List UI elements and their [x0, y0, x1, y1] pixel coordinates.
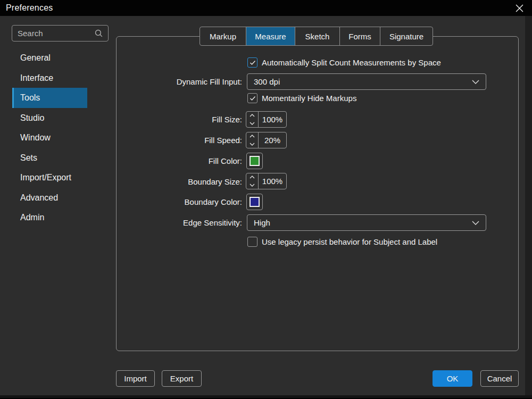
fill-speed-label: Fill Speed:	[122, 135, 242, 145]
chevron-up-icon	[250, 135, 255, 138]
fill-size-value[interactable]: 100%	[259, 112, 286, 127]
fill-color-label: Fill Color:	[122, 156, 242, 166]
check-icon	[250, 60, 256, 65]
preferences-dialog: Preferences Search General Interface Too…	[0, 0, 532, 399]
sidebar-item-sets[interactable]: Sets	[12, 148, 87, 168]
spin-down-button[interactable]	[246, 120, 258, 128]
dynamic-fill-input-label: Dynamic Fill Input:	[122, 77, 242, 87]
close-button[interactable]	[511, 0, 528, 16]
sidebar-item-interface[interactable]: Interface	[12, 68, 87, 88]
tab-measure[interactable]: Measure	[246, 27, 295, 45]
spinner-buttons	[246, 112, 259, 127]
momentarily-hide-label: Momentarily Hide Markups	[262, 93, 356, 103]
sidebar-item-window[interactable]: Window	[12, 128, 87, 148]
window-bottom-edge	[0, 395, 532, 399]
tab-markup[interactable]: Markup	[200, 27, 246, 45]
tab-signature[interactable]: Signature	[380, 27, 433, 45]
legacy-persist-label: Use legacy persist behavior for Subject …	[262, 237, 437, 247]
chevron-up-icon	[250, 114, 255, 117]
sidebar-item-import-export[interactable]: Import/Export	[12, 168, 87, 188]
fill-speed-spinner: 20%	[246, 132, 287, 148]
spin-down-button[interactable]	[246, 181, 258, 189]
edge-sensitivity-dropdown[interactable]: High	[247, 214, 486, 231]
fill-color-button[interactable]	[246, 153, 263, 169]
sidebar-item-general[interactable]: General	[12, 48, 87, 68]
window-right-edge	[525, 16, 532, 399]
dialog-title: Preferences	[6, 3, 53, 13]
tab-forms[interactable]: Forms	[339, 27, 380, 45]
spin-up-button[interactable]	[246, 132, 258, 140]
chevron-down-icon	[472, 221, 479, 225]
sidebar-item-admin[interactable]: Admin	[12, 207, 87, 228]
boundary-color-label: Boundary Color:	[122, 197, 242, 207]
boundary-size-label: Boundary Size:	[122, 177, 242, 187]
spin-up-button[interactable]	[246, 173, 258, 181]
close-icon	[516, 4, 523, 12]
sidebar-item-advanced[interactable]: Advanced	[12, 188, 87, 208]
search-input[interactable]: Search	[12, 25, 109, 41]
export-button[interactable]: Export	[162, 370, 202, 387]
check-icon	[250, 96, 256, 101]
search-placeholder: Search	[18, 29, 94, 38]
spin-down-button[interactable]	[246, 140, 258, 148]
search-icon	[94, 29, 103, 38]
import-button[interactable]: Import	[116, 370, 155, 387]
sidebar-item-studio[interactable]: Studio	[12, 108, 87, 128]
spin-up-button[interactable]	[246, 112, 258, 120]
chevron-down-icon	[250, 122, 255, 125]
spinner-buttons	[246, 173, 259, 189]
fill-color-swatch	[250, 156, 260, 166]
chevron-down-icon	[250, 143, 255, 146]
legacy-persist-checkbox[interactable]	[247, 237, 257, 247]
momentarily-hide-checkbox[interactable]	[247, 93, 257, 103]
chevron-up-icon	[250, 176, 255, 179]
boundary-size-spinner: 100%	[246, 173, 287, 189]
chevron-down-icon	[472, 80, 479, 84]
title-bar: Preferences	[0, 0, 532, 16]
sidebar-nav: General Interface Tools Studio Window Se…	[12, 48, 87, 228]
edge-sensitivity-value: High	[254, 218, 472, 227]
sidebar-item-tools[interactable]: Tools	[12, 88, 87, 108]
boundary-color-swatch	[250, 197, 260, 207]
fill-speed-value[interactable]: 20%	[259, 132, 286, 148]
boundary-color-button[interactable]	[246, 194, 263, 210]
auto-split-label: Automatically Split Count Measurements b…	[262, 57, 441, 68]
spinner-buttons	[246, 132, 259, 148]
ok-button[interactable]: OK	[433, 370, 472, 387]
fill-size-spinner: 100%	[246, 111, 287, 128]
boundary-size-value[interactable]: 100%	[259, 173, 286, 189]
tool-tabs: Markup Measure Sketch Forms Signature	[200, 27, 433, 46]
dynamic-fill-input-value: 300 dpi	[254, 77, 472, 86]
chevron-down-icon	[250, 184, 255, 187]
dynamic-fill-input-dropdown[interactable]: 300 dpi	[247, 73, 486, 90]
auto-split-checkbox[interactable]	[247, 57, 257, 68]
edge-sensitivity-label: Edge Sensitivity:	[122, 218, 242, 228]
cancel-button[interactable]: Cancel	[480, 370, 519, 387]
fill-size-label: Fill Size:	[122, 114, 242, 124]
tab-sketch[interactable]: Sketch	[295, 27, 339, 45]
